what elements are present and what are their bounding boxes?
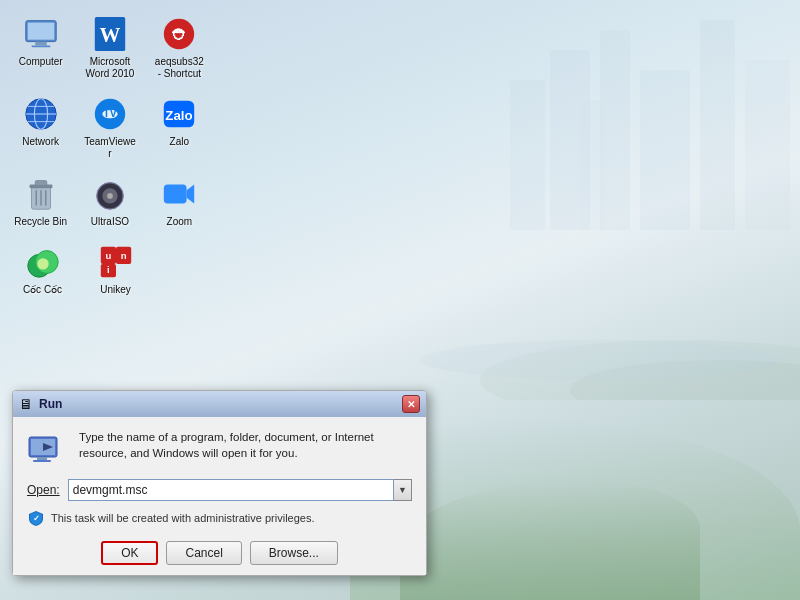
dialog-title-run-icon: 🖥 <box>19 396 33 412</box>
desktop-icon-recycle-bin[interactable]: Recycle Bin <box>10 170 71 232</box>
network-icon <box>21 94 61 134</box>
svg-text:W: W <box>100 23 121 47</box>
run-dialog: 🖥 Run ✕ Type th <box>12 390 427 576</box>
desktop-icons-container: Computer W Microsoft Word 2010 ⛑ <box>0 0 220 314</box>
desktop-icon-ultraiso[interactable]: UltraISO <box>79 170 140 232</box>
svg-point-9 <box>420 340 780 380</box>
coccoc-icon-label: Cốc Cốc <box>23 284 62 296</box>
run-command-input[interactable] <box>68 479 394 501</box>
zoom-icon <box>159 174 199 214</box>
ultraiso-icon-label: UltraISO <box>91 216 129 228</box>
svg-rect-29 <box>35 181 46 186</box>
run-program-icon <box>27 429 67 469</box>
dialog-body: Type the name of a program, folder, docu… <box>13 417 426 575</box>
dialog-close-button[interactable]: ✕ <box>402 395 420 413</box>
desktop-icon-teamviewer[interactable]: TV TeamViewer <box>79 90 140 164</box>
svg-rect-2 <box>640 70 690 230</box>
privilege-text: This task will be created with administr… <box>51 512 315 524</box>
svg-text:Zalo: Zalo <box>166 108 193 123</box>
desktop-icon-aeqsubs32[interactable]: ⛑ aeqsubs32 - Shortcut <box>149 10 210 84</box>
desktop-icon-coccoc[interactable]: Cốc Cốc <box>10 238 75 300</box>
zalo-icon-label: Zalo <box>170 136 189 148</box>
desktop-icon-computer[interactable]: Computer <box>10 10 71 84</box>
shield-uac-icon: ✓ <box>27 509 45 527</box>
svg-rect-5 <box>580 100 605 230</box>
browse-button[interactable]: Browse... <box>250 541 338 565</box>
svg-text:n: n <box>120 250 126 261</box>
teamviewer-icon-label: TeamViewer <box>83 136 136 160</box>
aeqsubs32-icon-label: aeqsubs32 - Shortcut <box>153 56 206 80</box>
dialog-top-section: Type the name of a program, folder, docu… <box>27 429 412 469</box>
svg-rect-3 <box>700 20 735 230</box>
recycle-bin-icon-label: Recycle Bin <box>14 216 67 228</box>
svg-text:u: u <box>105 250 111 261</box>
teamviewer-icon: TV <box>90 94 130 134</box>
desktop-icon-zalo[interactable]: Zalo Zalo <box>149 90 210 164</box>
network-icon-label: Network <box>22 136 59 148</box>
open-input-wrapper: ▼ <box>68 479 412 501</box>
run-dropdown-button[interactable]: ▼ <box>394 479 412 501</box>
chevron-down-icon: ▼ <box>398 485 407 495</box>
svg-rect-12 <box>35 42 46 46</box>
svg-text:TV: TV <box>103 108 116 119</box>
open-input-row: Open: ▼ <box>27 479 412 501</box>
background-city <box>200 0 800 400</box>
svg-rect-52 <box>37 457 47 460</box>
dialog-titlebar: 🖥 Run ✕ <box>13 391 426 417</box>
unikey-icon-label: Unikey <box>100 284 131 296</box>
svg-rect-37 <box>164 185 187 204</box>
desktop-icon-ms-word[interactable]: W Microsoft Word 2010 <box>79 10 140 84</box>
computer-icon <box>21 14 61 54</box>
recycle-bin-icon <box>21 174 61 214</box>
computer-icon-label: Computer <box>19 56 63 68</box>
privilege-row: ✓ This task will be created with adminis… <box>27 509 412 527</box>
icon-row-2: Recycle Bin UltraISO <box>10 170 210 232</box>
icon-row-3: Cốc Cốc u n i Unikey <box>10 238 210 300</box>
aeqsubs32-icon: ⛑ <box>159 14 199 54</box>
svg-rect-13 <box>31 45 50 47</box>
ms-word-icon-label: Microsoft Word 2010 <box>83 56 136 80</box>
svg-text:i: i <box>107 264 110 275</box>
desktop-icon-unikey[interactable]: u n i Unikey <box>83 238 148 300</box>
svg-text:⛑: ⛑ <box>172 26 187 43</box>
desktop: Computer W Microsoft Word 2010 ⛑ <box>0 0 800 600</box>
close-icon: ✕ <box>407 399 415 410</box>
unikey-icon: u n i <box>96 242 136 282</box>
dialog-description: Type the name of a program, folder, docu… <box>79 429 412 461</box>
svg-marker-38 <box>187 185 195 204</box>
svg-rect-53 <box>33 460 51 462</box>
ultraiso-icon <box>90 174 130 214</box>
svg-rect-6 <box>510 80 545 230</box>
icon-row-0: Computer W Microsoft Word 2010 ⛑ <box>10 10 210 84</box>
icon-row-1: Network TV TeamViewer Zalo <box>10 90 210 164</box>
ms-word-icon: W <box>90 14 130 54</box>
svg-rect-4 <box>745 60 790 230</box>
desktop-icon-network[interactable]: Network <box>10 90 71 164</box>
svg-point-35 <box>107 193 113 199</box>
dialog-title-text: Run <box>39 397 396 411</box>
coccoc-icon <box>23 242 63 282</box>
desktop-icon-zoom[interactable]: Zoom <box>149 170 210 232</box>
zalo-icon: Zalo <box>159 94 199 134</box>
svg-text:✓: ✓ <box>33 514 40 523</box>
open-label: Open: <box>27 483 60 497</box>
ok-button[interactable]: OK <box>101 541 158 565</box>
zoom-icon-label: Zoom <box>167 216 193 228</box>
svg-point-41 <box>37 258 48 269</box>
cancel-button[interactable]: Cancel <box>166 541 241 565</box>
svg-rect-11 <box>27 23 54 40</box>
dialog-buttons: OK Cancel Browse... <box>27 537 412 565</box>
